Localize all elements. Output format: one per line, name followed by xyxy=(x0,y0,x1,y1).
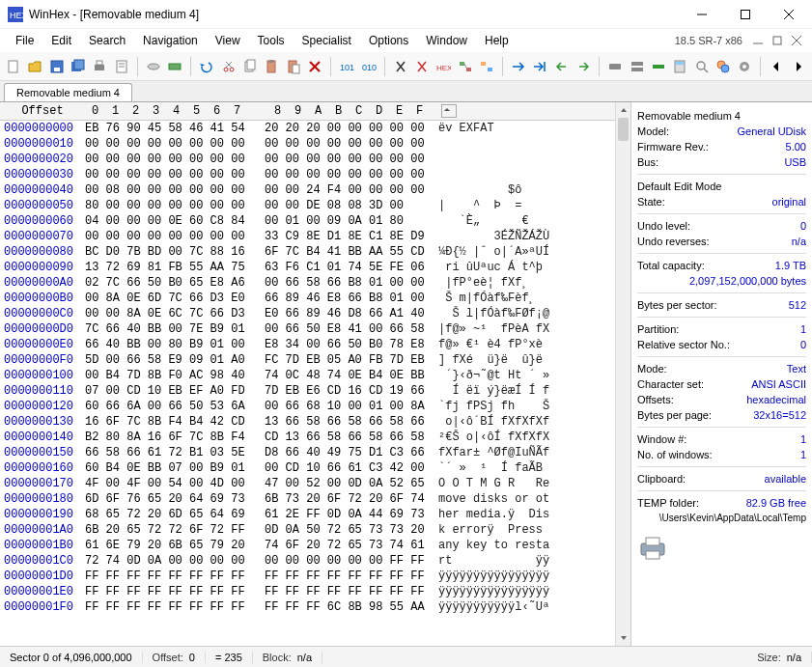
ascii-cell[interactable]: |f@» ~¹ fPèA fX xyxy=(427,321,549,337)
ascii-cell[interactable]: $ô xyxy=(427,182,521,198)
hex-bytes[interactable]: 00 00 00 00 00 00 FF FF xyxy=(265,553,427,569)
hex-bytes[interactable]: 33 C9 8E D1 8E C1 8E D9 xyxy=(265,229,427,244)
analyze-icon[interactable] xyxy=(715,57,731,76)
hex-row[interactable]: 00000001B061 6E 79 20 6B 65 79 2074 6F 2… xyxy=(0,538,615,553)
hex-row[interactable]: 00000001E0FF FF FF FF FF FF FF FFFF FF F… xyxy=(0,584,615,599)
hex-bytes[interactable]: 0D 0A 50 72 65 73 73 20 xyxy=(265,522,427,538)
menu-file[interactable]: File xyxy=(8,32,42,49)
ascii-cell[interactable] xyxy=(427,136,438,152)
hex-bytes[interactable]: 00 00 00 00 00 00 00 00 xyxy=(265,167,427,182)
hex-bytes[interactable]: 00 00 DE 08 08 3D 00 xyxy=(265,198,427,213)
copy-icon[interactable] xyxy=(242,57,258,76)
paste-icon[interactable] xyxy=(286,57,301,76)
hex-row[interactable]: 000000012060 66 6A 00 66 50 53 6A00 66 6… xyxy=(0,399,615,414)
hex-bytes[interactable]: B2 80 8A 16 6F 7C 8B F4 xyxy=(85,430,247,445)
hex-bytes[interactable]: 00 66 68 10 00 01 00 8A xyxy=(265,399,427,414)
hex-bytes[interactable]: 00 00 00 00 00 00 00 00 xyxy=(85,136,247,152)
ascii-cell[interactable]: O O T M G R Re xyxy=(427,476,549,491)
hex-bytes[interactable]: EB 76 90 45 58 46 41 54 xyxy=(85,121,247,136)
hex-row[interactable]: 000000007000 00 00 00 00 00 00 0033 C9 8… xyxy=(0,229,615,244)
hex-bytes[interactable]: 7C 66 40 BB 00 7E B9 01 xyxy=(85,321,247,337)
hex-bytes[interactable]: 80 00 00 00 00 00 00 00 xyxy=(85,198,247,213)
close-button[interactable] xyxy=(767,1,810,28)
hex-bytes[interactable]: 4F 00 4F 00 54 00 4D 00 xyxy=(85,476,247,491)
back-icon[interactable] xyxy=(554,57,570,76)
menu-view[interactable]: View xyxy=(208,32,248,49)
replace-hex-icon[interactable] xyxy=(479,57,494,76)
ascii-cell[interactable] xyxy=(427,167,438,182)
hex-bytes[interactable]: 00 CD 10 66 61 C3 42 00 xyxy=(265,460,427,476)
ascii-cell[interactable]: | ^ Þ = xyxy=(427,198,521,213)
print-icon[interactable] xyxy=(92,57,107,76)
hex-bytes[interactable]: CD 13 66 58 66 58 66 58 xyxy=(265,430,427,445)
hex-row[interactable]: 000000003000 00 00 00 00 00 00 0000 00 0… xyxy=(0,167,615,182)
forward-icon[interactable] xyxy=(575,57,591,76)
binary10-icon[interactable]: 010 xyxy=(360,57,376,76)
ram-icon[interactable] xyxy=(651,57,666,76)
ascii-cell[interactable]: `fj fPSj fh Š xyxy=(427,399,549,414)
ascii-cell[interactable]: |fP°eè¦ fXf¸ xyxy=(427,275,529,291)
ascii-cell[interactable]: `È„ € xyxy=(427,213,529,229)
hex-bytes[interactable]: 00 B4 7D 8B F0 AC 98 40 xyxy=(85,368,247,383)
find-text-icon[interactable] xyxy=(414,57,430,76)
hex-row[interactable]: 00000000E066 40 BB 00 80 B9 01 00E8 34 0… xyxy=(0,337,615,352)
hex-bytes[interactable]: 00 66 58 66 B8 01 00 00 xyxy=(265,275,427,291)
hex-bytes[interactable]: 00 00 00 00 00 00 00 00 xyxy=(85,167,247,182)
hex-bytes[interactable]: 13 66 58 66 58 66 58 66 xyxy=(265,414,427,430)
hex-row[interactable]: 00000000D07C 66 40 BB 00 7E B9 0100 66 5… xyxy=(0,321,615,337)
save-icon[interactable] xyxy=(49,57,65,76)
clipboard-icon[interactable] xyxy=(264,57,279,76)
ascii-cell[interactable]: ²€Š o|‹ôÍ fXfXfX xyxy=(427,430,549,445)
hex-row[interactable]: 00000001D0FF FF FF FF FF FF FF FFFF FF F… xyxy=(0,569,615,584)
hex-bytes[interactable]: 16 6F 7C 8B F4 B4 42 CD xyxy=(85,414,247,430)
menu-edit[interactable]: Edit xyxy=(43,32,79,49)
hex-bytes[interactable]: 00 66 50 E8 41 00 66 58 xyxy=(265,321,427,337)
hex-bytes[interactable]: 63 F6 C1 01 74 5E FE 06 xyxy=(265,260,427,275)
hex-row[interactable]: 00000001A06B 20 65 72 72 6F 72 FF0D 0A 5… xyxy=(0,522,615,538)
ascii-cell[interactable]: ¼Ð{½ |ˆ o|´A»ªUÍ xyxy=(427,244,549,260)
menu-specialist[interactable]: Specialist xyxy=(294,32,359,49)
hex-bytes[interactable]: 74 6F 20 72 65 73 74 61 xyxy=(265,538,427,553)
maximize-button[interactable] xyxy=(723,1,767,28)
hex-bytes[interactable]: 60 B4 0E BB 07 00 B9 01 xyxy=(85,460,247,476)
hex-bytes[interactable]: FC 7D EB 05 A0 FB 7D EB xyxy=(265,352,427,368)
printer-icon[interactable] xyxy=(637,534,806,561)
mdi-restore-icon[interactable] xyxy=(770,33,785,48)
menu-tools[interactable]: Tools xyxy=(250,32,293,49)
hex-bytes[interactable]: 00 8A 0E 6D 7C 66 D3 E0 xyxy=(85,291,247,306)
scroll-down-icon[interactable] xyxy=(616,630,630,646)
ascii-cell[interactable]: her media.ÿ Dis xyxy=(427,507,549,522)
hex-bytes[interactable]: 6B 20 65 72 72 6F 72 FF xyxy=(85,522,247,538)
new-file-icon[interactable] xyxy=(6,57,21,76)
hex-bytes[interactable]: 00 00 24 F4 00 00 00 00 xyxy=(265,182,427,198)
undo-icon[interactable] xyxy=(199,57,214,76)
mdi-minimize-icon[interactable] xyxy=(750,33,766,48)
hex-editor[interactable]: Offset 0123456789ABCDEF 0000000000EB 76 … xyxy=(0,102,615,646)
hex-bytes[interactable]: FF FF FF 6C 8B 98 55 AA xyxy=(265,599,427,615)
hex-bytes[interactable]: FF FF FF FF FF FF FF FF xyxy=(85,569,247,584)
hex-bytes[interactable]: FF FF FF FF FF FF FF FF xyxy=(265,584,427,599)
ascii-cell[interactable]: 3ÉŽÑŽÁŽÙ xyxy=(427,229,549,244)
menu-navigation[interactable]: Navigation xyxy=(135,32,206,49)
hex-bytes[interactable]: 66 40 BB 00 80 B9 01 00 xyxy=(85,337,247,352)
open-file-icon[interactable] xyxy=(27,57,42,76)
hex-row[interactable]: 00000000C000 00 8A 0E 6C 7C 66 D3E0 66 8… xyxy=(0,306,615,321)
goto-end-icon[interactable] xyxy=(532,57,547,76)
hex-bytes[interactable]: 60 66 6A 00 66 50 53 6A xyxy=(85,399,247,414)
hex-row[interactable]: 0000000080BC D0 7B BD 00 7C 88 166F 7C B… xyxy=(0,244,615,260)
ascii-cell[interactable]: any key to resta xyxy=(427,538,549,553)
calculator-icon[interactable] xyxy=(672,57,687,76)
open-memory-icon[interactable] xyxy=(167,57,182,76)
hex-row[interactable]: 00000001806D 6F 76 65 20 64 69 736B 73 2… xyxy=(0,491,615,507)
scroll-up-icon[interactable] xyxy=(616,102,630,118)
hex-row[interactable]: 000000004000 08 00 00 00 00 00 0000 00 2… xyxy=(0,182,615,198)
hex-bytes[interactable]: 61 6E 79 20 6B 65 79 20 xyxy=(85,538,247,553)
ascii-cell[interactable]: ÿÿÿÿÿÿÿÿÿÿÿÿÿÿÿÿ xyxy=(427,584,549,599)
ascii-cell[interactable]: rt ÿÿ xyxy=(427,553,549,569)
hex-bytes[interactable]: 00 01 00 09 0A 01 80 xyxy=(265,213,427,229)
binary01-icon[interactable]: 101 xyxy=(339,57,354,76)
hex-row[interactable]: 000000011007 00 CD 10 EB EF A0 FD7D EB E… xyxy=(0,383,615,399)
save-all-icon[interactable] xyxy=(70,57,86,76)
ascii-cell[interactable]: fXfar± ^Øf@IuÑÃf xyxy=(427,445,549,460)
hex-bytes[interactable]: FF FF FF FF FF FF FF FF xyxy=(265,569,427,584)
